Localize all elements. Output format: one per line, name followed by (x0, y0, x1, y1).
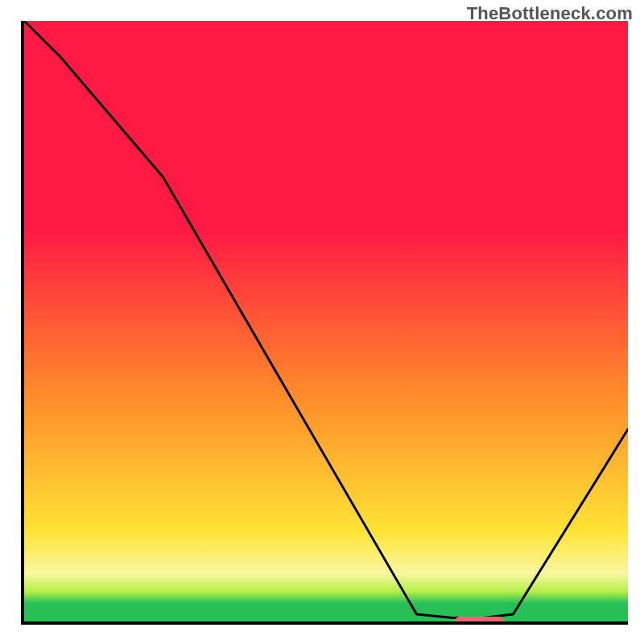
plot-area (21, 21, 628, 625)
optimum-range-marker (455, 617, 503, 625)
curve-layer (24, 21, 628, 621)
bottleneck-curve (24, 21, 628, 618)
chart-root: TheBottleneck.com (0, 0, 644, 644)
